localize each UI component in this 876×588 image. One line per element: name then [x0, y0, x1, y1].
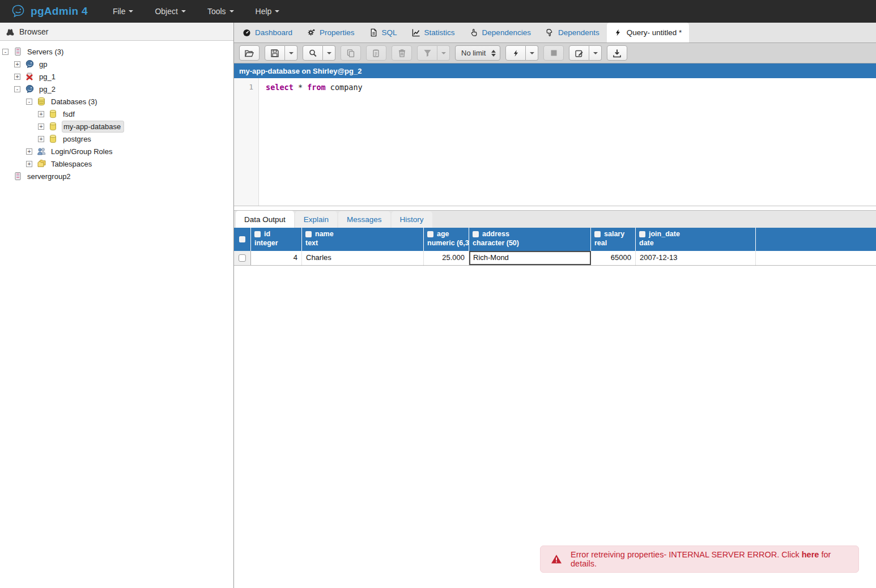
caret-down-icon	[229, 10, 234, 12]
tab-dashboard[interactable]: Dashboard	[235, 23, 300, 42]
panel-splitter[interactable]	[234, 206, 876, 210]
tree-node-my-app-database[interactable]: + my-app-database	[0, 120, 233, 133]
find-options-dropdown[interactable]	[323, 45, 335, 61]
download-button[interactable]	[607, 45, 627, 61]
expand-expander[interactable]: +	[14, 61, 20, 67]
open-file-button[interactable]	[239, 45, 260, 61]
caret-down-icon	[275, 10, 279, 12]
tree-node-servergroup2[interactable]: servergroup2	[0, 170, 233, 182]
postgres-server-icon	[25, 84, 35, 93]
column-header-name[interactable]: name text	[302, 228, 424, 251]
column-header-id[interactable]: id integer	[251, 228, 302, 251]
tree-node-label: my-app-database	[63, 122, 121, 131]
paste-button[interactable]	[366, 45, 386, 61]
sql-text: *	[294, 83, 307, 92]
hand-down-icon	[546, 28, 554, 37]
expand-expander[interactable]: +	[38, 123, 44, 130]
column-header-salary[interactable]: salary real	[591, 228, 636, 251]
row-checkbox[interactable]	[234, 251, 251, 265]
expand-expander[interactable]: +	[38, 111, 44, 117]
menu-file[interactable]: File	[113, 7, 134, 16]
error-message: Error retreiving properties- INTERNAL SE…	[571, 550, 802, 559]
query-toolbar: No limit	[234, 43, 876, 63]
delete-button[interactable]	[392, 45, 412, 61]
cell-join-date[interactable]: 2007-12-13	[636, 251, 756, 265]
edit-button[interactable]	[569, 45, 589, 61]
cell-name[interactable]: Charles	[302, 251, 424, 265]
results-empty-area	[234, 266, 876, 588]
editor-line-number-gutter: 1	[234, 78, 259, 206]
save-button[interactable]	[265, 45, 285, 61]
tree-node-servers[interactable]: - Servers (3)	[0, 45, 233, 58]
tree-node-tablespaces[interactable]: + Tablespaces	[0, 157, 233, 170]
menu-help[interactable]: Help	[256, 7, 280, 16]
expand-expander[interactable]: +	[26, 161, 32, 167]
expand-expander[interactable]: +	[26, 148, 32, 155]
cell-address-selected[interactable]: Rich-Mond	[469, 251, 591, 265]
execute-options-dropdown[interactable]	[526, 45, 538, 61]
edit-options-dropdown[interactable]	[589, 45, 602, 61]
filter-button[interactable]	[417, 45, 437, 61]
pgadmin-elephant-logo-icon	[10, 3, 26, 19]
tree-node-login-group-roles[interactable]: + Login/Group Roles	[0, 145, 233, 157]
cell-age[interactable]: 25.000	[424, 251, 469, 265]
tree-node-gp[interactable]: + gp	[0, 58, 233, 70]
column-checkbox[interactable]	[427, 231, 433, 237]
column-header-address[interactable]: address character (50)	[469, 228, 591, 251]
select-all-checkbox[interactable]	[234, 228, 251, 251]
expand-expander[interactable]: +	[14, 74, 20, 80]
menu-object[interactable]: Object	[155, 7, 185, 16]
tab-history[interactable]: History	[392, 211, 432, 228]
column-header-age[interactable]: age numeric (6,3)	[424, 228, 469, 251]
column-header-join-date[interactable]: join_date date	[636, 228, 756, 251]
save-options-dropdown[interactable]	[285, 45, 297, 61]
execute-query-button[interactable]	[505, 45, 526, 61]
collapse-expander[interactable]: -	[14, 86, 20, 92]
column-checkbox[interactable]	[639, 231, 645, 237]
collapse-expander[interactable]: -	[2, 49, 8, 55]
output-tab-bar: Data Output Explain Messages History	[234, 210, 876, 228]
column-checkbox[interactable]	[305, 231, 312, 237]
column-checkbox[interactable]	[594, 231, 601, 237]
tree-node-databases[interactable]: - Databases (3)	[0, 95, 233, 108]
results-header-row: id integer name text age numeric (6,3) a…	[234, 228, 876, 251]
sql-file-icon	[369, 28, 378, 37]
tab-statistics[interactable]: Statistics	[405, 23, 462, 42]
tab-messages[interactable]: Messages	[338, 211, 390, 228]
sql-editor[interactable]: 1 select * from company	[234, 78, 876, 206]
editor-code-area[interactable]: select * from company	[259, 78, 876, 206]
column-checkbox[interactable]	[254, 231, 261, 237]
selected-tree-node: my-app-database	[62, 121, 124, 133]
row-limit-value: No limit	[461, 49, 486, 57]
tree-node-fsdf[interactable]: + fsdf	[0, 108, 233, 120]
tree-node-label: pg_1	[39, 73, 56, 81]
row-limit-select[interactable]: No limit	[455, 45, 500, 61]
find-button[interactable]	[303, 45, 323, 61]
bolt-icon	[614, 28, 623, 37]
browser-panel: Browser - Servers (3) + gp +	[0, 23, 234, 588]
column-checkbox[interactable]	[473, 231, 479, 237]
stop-button[interactable]	[543, 45, 564, 61]
tab-explain[interactable]: Explain	[295, 211, 337, 228]
cell-id[interactable]: 4	[251, 251, 302, 265]
menu-tools[interactable]: Tools	[207, 7, 234, 16]
tab-sql[interactable]: SQL	[362, 23, 405, 42]
filter-options-dropdown[interactable]	[437, 45, 450, 61]
cell-salary[interactable]: 65000	[591, 251, 636, 265]
server-disconnected-icon	[25, 72, 35, 81]
expand-expander[interactable]: +	[38, 136, 44, 142]
tree-node-pg-1[interactable]: + pg_1	[0, 70, 233, 83]
error-details-link[interactable]: here	[802, 550, 819, 559]
tab-dependents[interactable]: Dependents	[538, 23, 607, 42]
tab-dependencies[interactable]: Dependencies	[462, 23, 538, 42]
collapse-expander[interactable]: -	[26, 99, 32, 105]
tab-data-output[interactable]: Data Output	[236, 211, 294, 228]
app-title: pgAdmin 4	[31, 5, 88, 18]
tab-properties[interactable]: Properties	[300, 23, 362, 42]
copy-button[interactable]	[341, 45, 361, 61]
connection-status-bar: my-app-database on Shirley@pg_2	[234, 63, 876, 78]
column-type: real	[594, 239, 632, 247]
tree-node-postgres[interactable]: + postgres	[0, 133, 233, 145]
tab-query-untitled[interactable]: Query- untitled *	[607, 23, 690, 42]
tree-node-pg-2[interactable]: - pg_2	[0, 83, 233, 95]
